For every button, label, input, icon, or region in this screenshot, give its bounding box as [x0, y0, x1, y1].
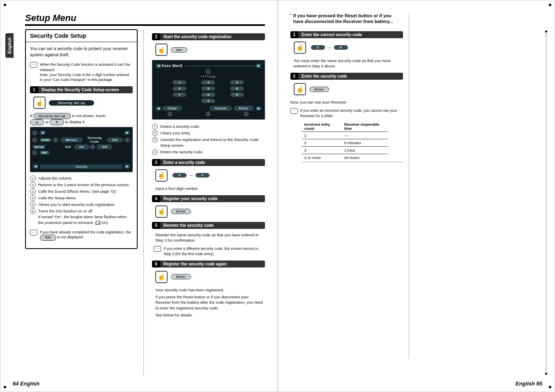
keypad-cancel[interactable]: Cancel: [209, 106, 232, 111]
keypad-6[interactable]: 6: [230, 86, 244, 91]
touch-icon: [294, 42, 306, 54]
note-icon: [154, 246, 161, 252]
keypad-1[interactable]: 1: [173, 80, 187, 85]
callout-6: 6: [90, 145, 95, 149]
dsi-label: DSI: [65, 145, 71, 149]
table-row: 4 or more 24 hours: [302, 154, 388, 161]
menu-button[interactable]: Menue: [60, 137, 83, 143]
security-setup-button[interactable]: Security Set up: [49, 100, 94, 106]
enter-button-2[interactable]: Enter: [171, 274, 191, 279]
digit-0-button-r[interactable]: 0: [311, 45, 325, 50]
down-arrow-button[interactable]: ▼: [50, 119, 64, 125]
preview-screen-security: 1 ◀ ▶ 2 Audio 4 Menue Security Code Set: [30, 127, 133, 172]
callout-kp-2: 2: [168, 112, 172, 116]
keypad-7[interactable]: 7: [173, 92, 187, 97]
screen-title: Security Code: [84, 136, 106, 143]
four-digit-note: Input a four-digit number.: [155, 186, 265, 191]
note-incorrect-code: If you enter an incorrect security code,…: [300, 108, 403, 118]
keypad-clear[interactable]: Clear: [162, 106, 182, 111]
step-4-bar: 4 Register your security code: [152, 195, 265, 202]
keypad-screen: ◀ Pass Word ▶ 1 ****1st 1 2 3 4 5 6 7: [152, 60, 265, 120]
language-tab-english: English: [5, 33, 14, 58]
lockout-table: Incorrect entry count Receiver inoperabl…: [302, 122, 403, 162]
enter-button[interactable]: Enter: [171, 209, 191, 214]
touch-icon: [294, 83, 306, 95]
page-edge-ornament: [544, 32, 546, 374]
dsi-on-button[interactable]: On: [74, 144, 90, 150]
note-icon: [290, 108, 298, 114]
table-row: 2 5 minutes: [302, 139, 388, 146]
set-pill-small: Set: [40, 235, 56, 241]
section-intro: You can set a security code to protect y…: [30, 46, 133, 58]
touch-icon: [155, 44, 168, 56]
right-step-2-bar: 2 Enter the security code: [290, 73, 403, 80]
dsi-off-button[interactable]: Off: [97, 144, 113, 150]
touch-icon: [33, 97, 46, 109]
callout-kp-1: 1: [206, 69, 210, 74]
page-footer-left: 64 English: [13, 380, 39, 387]
kp-side-right-top: ▶: [256, 63, 262, 68]
side-src-btn[interactable]: SRC: [39, 150, 50, 155]
reset-heading: If you have pressed the Reset button or …: [293, 13, 403, 25]
step-number: 1: [30, 86, 38, 93]
keypad-5[interactable]: 5: [201, 86, 215, 91]
registered-text-2: If you press the Reset button or if you …: [155, 294, 265, 311]
note-icon: [30, 62, 37, 68]
callout-kp-3: 3: [206, 112, 210, 116]
step-title: Display the Security Code Setup screen: [38, 86, 133, 93]
digit-9-button-r[interactable]: 9: [334, 45, 348, 50]
registered-text: Your security code has been registered.: [155, 287, 265, 293]
callout-5: 5: [125, 138, 129, 142]
must-enter-text: You must enter the same security code as…: [294, 58, 403, 69]
security-setup-pill: Security Set up: [33, 113, 71, 119]
keypad-4[interactable]: 4: [173, 86, 187, 91]
now-use-text: Now, you can use your Receiver.: [290, 99, 403, 105]
security-bar: Security: [40, 164, 122, 169]
table-row: 3 1 hour: [302, 146, 388, 154]
step-6-bar: 6 Register the security code again: [152, 261, 265, 267]
up-arrow-button[interactable]: ▲: [30, 119, 44, 125]
callout-2: 2: [32, 138, 37, 142]
touch-icon: [155, 169, 168, 182]
section-security-code-setup: Security Code Setup You can set a securi…: [25, 29, 138, 249]
table-row: 1 —: [302, 131, 388, 139]
right-step-1-bar: 1 Enter the correct security code: [290, 31, 403, 38]
callout-kp-4: 4: [244, 112, 249, 116]
digit-0-button[interactable]: 0: [173, 173, 187, 178]
page-footer-right: English 65: [516, 380, 542, 387]
table-header-count: Incorrect entry count: [302, 122, 342, 132]
note-already-registered: If you have already completed the code r…: [40, 230, 133, 241]
touch-icon: [155, 205, 168, 218]
keypad-2[interactable]: 2: [201, 80, 215, 85]
callout-3: 3: [32, 150, 37, 155]
keypad-3[interactable]: 3: [230, 80, 244, 85]
keypad-0[interactable]: 0: [201, 99, 215, 103]
side-audio-btn[interactable]: Audio: [39, 138, 52, 142]
keypad-9[interactable]: 9: [230, 92, 244, 97]
side-setup-btn[interactable]: Set Up: [32, 145, 46, 149]
range-separator: —: [327, 45, 332, 50]
keypad-title: Pass Word: [161, 64, 182, 68]
if-not-shown-text: If Security Set up is not shown, touch ▲…: [30, 113, 133, 125]
note-icon: [30, 230, 37, 235]
registered-text-3: See below for details.: [155, 312, 265, 318]
enter-button-r[interactable]: Enter: [309, 87, 329, 92]
section-heading: Security Code Setup: [26, 30, 137, 42]
note-different-code: If you enter a different security code, …: [164, 246, 265, 256]
table-header-time: Receiver inoperable time: [342, 122, 388, 132]
side-audio: ◀: [39, 130, 46, 135]
step-1-bar: 1 Display the Security Code Setup screen: [30, 86, 133, 93]
callout-1: 1: [32, 131, 37, 135]
legend-list-2: 1Enters a security code. 2Clears your en…: [152, 124, 265, 155]
digit-9-button[interactable]: 9: [196, 173, 210, 178]
keypad-enter[interactable]: Enter: [234, 106, 254, 111]
note-text: When the Security Code function is activ…: [40, 62, 133, 82]
keypad-masked: ****1st: [155, 75, 261, 78]
keypad-8[interactable]: 8: [201, 92, 215, 97]
set-button-screen[interactable]: Set: [107, 137, 123, 143]
legend-list-1: 1Adjusts the volume. 2Returns to the Con…: [30, 175, 133, 225]
callout-4: 4: [53, 138, 58, 142]
range-separator: —: [189, 173, 193, 178]
touch-icon: [155, 271, 168, 283]
set-button[interactable]: Set: [171, 47, 187, 53]
